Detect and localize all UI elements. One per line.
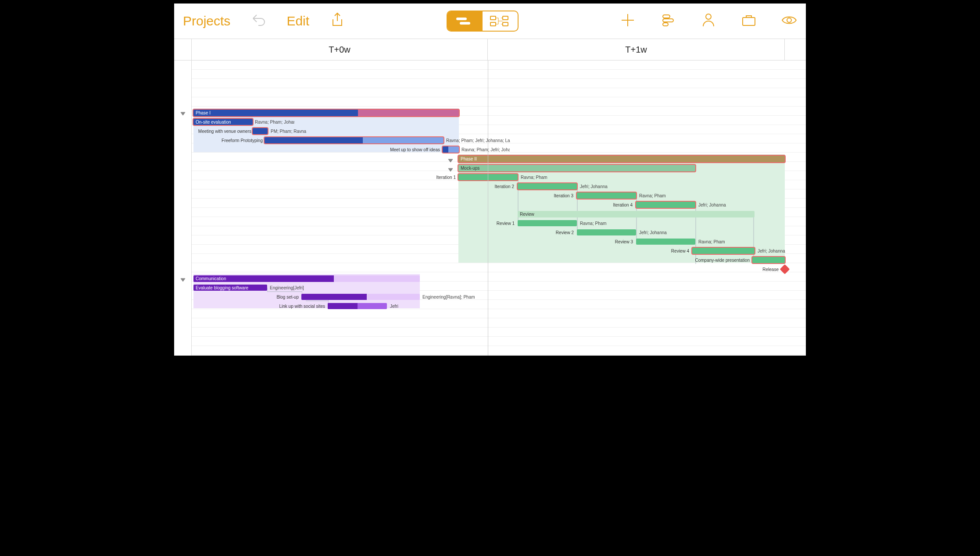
task-label-linkup: Link up with social sites	[276, 302, 325, 311]
task-bar-iter4[interactable]	[636, 202, 695, 208]
dependency-line	[636, 193, 637, 242]
gantt-chart[interactable]: Phase I On-site evaluation Ravna; Pham; …	[174, 61, 806, 356]
task-bar-linkup[interactable]	[328, 303, 387, 309]
svg-rect-4	[503, 16, 508, 20]
disclosure-phase1[interactable]	[180, 110, 186, 115]
svg-point-9	[706, 14, 711, 19]
task-label-proto: Freeform Prototyping	[224, 136, 263, 145]
back-projects-button[interactable]: Projects	[183, 14, 230, 29]
task-bar-iter3[interactable]	[577, 192, 636, 199]
undo-button[interactable]	[250, 12, 266, 30]
svg-rect-10	[743, 18, 755, 25]
view-options-button[interactable]	[781, 12, 797, 30]
task-label-onsite: On-site evaluation	[196, 120, 231, 125]
task-res-meeting: PM; Pham; Ravna	[271, 127, 306, 136]
task-res-iter3: Ravna; Pham	[639, 191, 666, 200]
network-view-button[interactable]	[483, 11, 518, 31]
timeline-header: T+0w T+1w	[174, 39, 806, 61]
task-label-iter1: Iteration 1	[433, 173, 456, 182]
task-bar-meeting[interactable]	[253, 128, 268, 134]
dependency-line	[577, 184, 578, 232]
task-bar-rev4[interactable]	[692, 248, 755, 254]
styles-icon	[660, 12, 676, 28]
disclosure-mockups[interactable]	[448, 166, 453, 171]
plus-icon	[620, 12, 636, 28]
task-res-rev4: Jefri; Johanna	[758, 246, 785, 256]
task-res-proto: Ravna; Pham; Jefri; Johanna; La	[446, 136, 510, 145]
task-bar-iter2[interactable]	[518, 183, 577, 189]
task-label-evalblog: Evaluate blogging software	[196, 285, 248, 290]
task-res-iter2: Jefri; Johanna	[580, 182, 608, 191]
week-divider	[488, 61, 488, 356]
group-bar-phase1[interactable]: Phase I	[193, 110, 459, 116]
gantt-view-icon	[455, 15, 475, 27]
gantt-view-button[interactable]	[447, 11, 483, 31]
task-bar-onsite[interactable]: On-site evaluation	[193, 119, 253, 125]
group-bar-phase2[interactable]: Phase II	[458, 156, 785, 162]
disclosure-communication[interactable]	[180, 276, 186, 282]
share-icon	[329, 12, 345, 28]
share-button[interactable]	[329, 12, 345, 30]
task-label-meeting: Meeting with venue owners	[204, 127, 251, 136]
task-bar-rev3[interactable]	[636, 239, 695, 245]
task-label-rev1: Review 1	[494, 219, 515, 228]
task-bar-rev2[interactable]	[577, 229, 636, 235]
task-bar-blogsetup[interactable]	[301, 294, 420, 300]
style-button[interactable]	[660, 12, 676, 30]
group-label-phase1: Phase I	[196, 110, 211, 115]
network-view-icon	[490, 15, 511, 27]
briefcase-icon	[741, 12, 757, 28]
task-res-iter1: Ravna; Pham	[521, 173, 547, 182]
task-res-rev1: Ravna; Pham	[580, 219, 607, 228]
svg-rect-7	[663, 19, 673, 22]
group-label-phase2: Phase II	[461, 157, 477, 161]
project-button[interactable]	[741, 12, 757, 30]
edit-button[interactable]: Edit	[286, 14, 309, 29]
svg-rect-6	[663, 15, 670, 18]
svg-rect-2	[490, 16, 496, 20]
task-res-blogsetup: Engineering[Ravna]; Pham	[422, 292, 475, 302]
triangle-down-icon	[448, 158, 453, 163]
time-column-1-label: T+1w	[625, 45, 647, 55]
person-icon	[701, 12, 716, 28]
task-label-release: Release	[758, 265, 779, 274]
task-bar-meetup[interactable]	[443, 146, 459, 153]
task-bar-proto[interactable]	[265, 137, 444, 143]
triangle-down-icon	[180, 111, 186, 116]
task-label-iter2: Iteration 2	[491, 182, 514, 191]
time-column-0[interactable]: T+0w	[192, 39, 488, 60]
task-label-rev3: Review 3	[612, 237, 633, 246]
task-res-linkup: Jefri	[390, 302, 398, 311]
task-res-meetup: Ravna; Pham; Jefri; Johanna; PM	[461, 145, 510, 154]
group-label-communication: Communication	[196, 276, 226, 281]
view-mode-segmented	[447, 11, 519, 32]
time-column-0-label: T+0w	[329, 45, 350, 55]
svg-rect-8	[663, 23, 668, 26]
add-button[interactable]	[620, 12, 636, 30]
task-label-blogsetup: Blog set-up	[273, 292, 299, 302]
task-label-meetup: Meet up to show off ideas	[396, 145, 440, 154]
triangle-down-icon	[180, 277, 186, 282]
group-label-review: Review	[520, 212, 534, 217]
task-res-rev2: Jefri; Johanna	[639, 228, 667, 237]
header-gutter	[174, 39, 192, 60]
task-label-rev2: Review 2	[553, 228, 574, 237]
task-bar-rev1[interactable]	[518, 220, 577, 226]
group-bar-review[interactable]: Review	[518, 211, 755, 217]
undo-icon	[250, 12, 266, 28]
svg-rect-0	[456, 18, 467, 20]
resource-button[interactable]	[701, 12, 716, 30]
group-bar-communication[interactable]: Communication	[193, 275, 420, 282]
group-bar-mockups[interactable]: Mock-ups	[458, 165, 695, 171]
disclosure-phase2[interactable]	[448, 157, 453, 162]
time-column-1[interactable]: T+1w	[488, 39, 785, 60]
task-res-rev3: Ravna; Pham	[698, 237, 725, 246]
task-label-iter3: Iteration 3	[551, 191, 573, 200]
toolbar: Projects Edit	[174, 4, 806, 39]
group-label-mockups: Mock-ups	[461, 166, 479, 171]
task-res-onsite: Ravna; Pham; Johanna; PM	[255, 118, 294, 127]
svg-rect-5	[503, 22, 508, 26]
svg-point-11	[787, 18, 791, 22]
task-bar-present[interactable]	[752, 257, 785, 263]
task-bar-evalblog[interactable]: Evaluate blogging software	[193, 285, 267, 291]
